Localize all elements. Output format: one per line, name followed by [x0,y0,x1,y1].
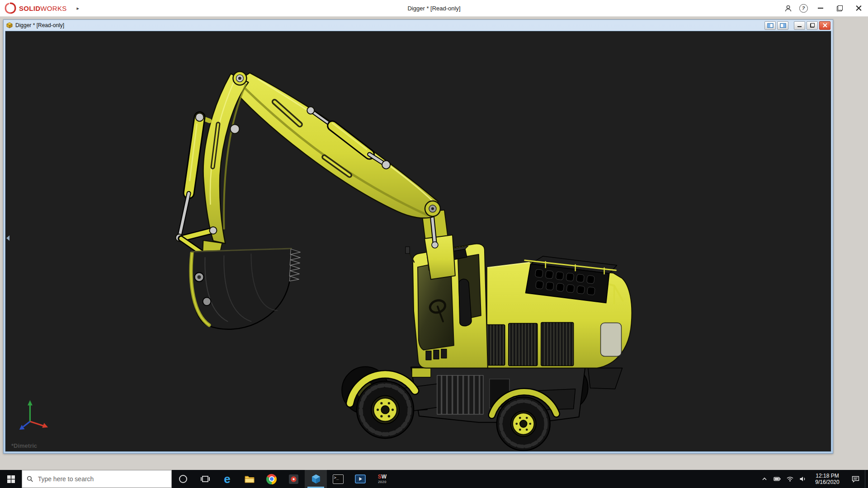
red-app-icon [288,474,299,484]
bucket-teeth [289,249,300,281]
doc-minimize-button[interactable] [794,21,805,30]
clock-time: 12:18 PM [809,473,846,479]
document-titlebar[interactable]: Digger * [Read-only] [4,20,833,31]
taskbar: e >_ [0,470,868,488]
restore-icon [810,23,815,28]
front-wheel[interactable] [357,381,414,438]
edge-icon: e [224,473,230,485]
chevron-up-icon [761,475,768,483]
start-button[interactable] [0,470,22,488]
chrome-button[interactable] [260,470,283,488]
doc-close-button[interactable] [819,21,830,30]
taskbar-clock[interactable]: 12:18 PM 9/16/2020 [809,473,846,485]
viewport-layout-icon-1 [767,23,774,28]
wifi-icon [786,475,794,483]
part-document-icon [6,22,13,29]
rear-panel [601,323,622,356]
bucket[interactable] [190,240,300,329]
y-axis-icon [28,400,33,405]
screen: SOLIDWORKS ▸ Digger * [Read-only] ? [0,0,868,488]
network-status[interactable] [783,470,796,488]
system-tray: 12:18 PM 9/16/2020 [758,470,868,488]
solidworks-taskbar-button[interactable] [305,470,327,488]
help-button[interactable]: ? [796,0,811,16]
windows-start-icon [7,475,15,483]
graphics-viewport[interactable]: *Dimetric [5,31,831,452]
app-restore-button[interactable] [830,0,849,16]
cortana-icon [178,474,188,484]
document-title: Digger * [Read-only] [15,22,64,28]
mirror [406,247,410,253]
restore-icon [837,5,843,11]
show-desktop-button[interactable] [865,470,868,488]
view-orientation-label: *Dimetric [11,442,37,449]
user-icon [784,4,793,13]
chrome-icon [266,474,277,484]
orientation-triad[interactable] [14,397,53,436]
app-window-controls: ? [780,0,868,16]
dassault-systemes-logo-icon [5,2,16,14]
rear-wheel[interactable] [497,397,550,450]
battery-icon [774,475,781,483]
pinned-app-button-blue[interactable] [349,470,371,488]
brand-name: SOLIDWORKS [19,5,67,12]
excavator-model[interactable] [5,31,831,451]
brand: SOLIDWORKS ▸ [0,2,79,14]
volume-status[interactable] [796,470,809,488]
taskbar-search[interactable] [22,470,172,488]
speaker-icon [799,475,807,483]
document-window: Digger * [Read-only] [3,19,833,454]
search-input[interactable] [37,475,167,483]
collapsed-panel-arrow[interactable] [6,235,9,241]
boom-arm[interactable] [230,73,438,218]
app-titlebar: SOLIDWORKS ▸ Digger * [Read-only] ? [0,0,868,17]
menu-flyout-arrow-icon[interactable]: ▸ [77,5,80,11]
viewport-layout-button-2[interactable] [777,21,788,30]
app-close-button[interactable] [849,0,868,16]
edge-button[interactable]: e [216,470,238,488]
side-grille [509,323,538,366]
task-view-icon [200,474,210,484]
cortana-button[interactable] [172,470,194,488]
app-window-title: Digger * [Read-only] [0,5,868,12]
help-icon: ? [799,4,808,13]
minimize-icon [818,8,823,9]
document-window-controls [763,21,830,30]
doc-restore-button[interactable] [807,21,818,30]
boom-top-pivot[interactable] [233,71,246,85]
viewport-layout-icon-2 [780,23,786,28]
tray-overflow-button[interactable] [758,470,771,488]
boom-base-pivot[interactable] [425,201,440,216]
workspace-background: Digger * [Read-only] [0,16,868,470]
solidworks-2020-icon: SW 2020 [378,474,387,484]
close-icon [823,23,827,28]
app-minimize-button[interactable] [811,0,830,16]
stick-pivot [230,124,239,133]
close-icon [856,5,862,11]
command-prompt-icon: >_ [333,474,344,484]
action-center-icon [851,475,860,483]
file-explorer-button[interactable] [238,470,260,488]
account-button[interactable] [780,0,796,16]
file-explorer-icon [244,474,255,484]
minimize-icon [797,26,802,27]
action-center-button[interactable] [846,470,865,488]
command-prompt-button[interactable]: >_ [327,470,349,488]
viewport-layout-button-1[interactable] [764,21,776,30]
battery-status[interactable] [771,470,783,488]
solidworks-app-icon [311,474,321,484]
side-grille [541,322,574,366]
pinned-app-button-red[interactable] [283,470,305,488]
media-app-icon [355,474,366,483]
search-icon [27,475,33,483]
task-view-button[interactable] [194,470,216,488]
clock-date: 9/16/2020 [809,479,846,485]
solidworks-2020-button[interactable]: SW 2020 [371,470,393,488]
